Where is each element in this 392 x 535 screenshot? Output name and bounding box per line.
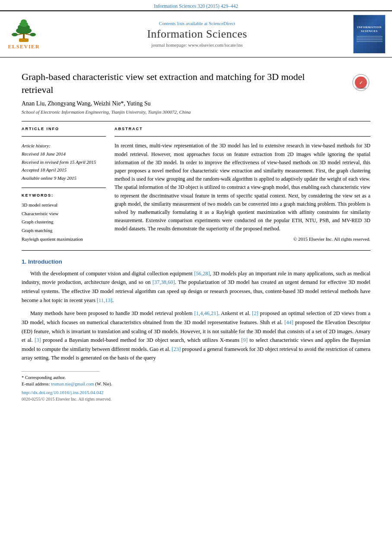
svg-point-7 <box>12 33 18 36</box>
journal-cover-area: INFORMATIONSCIENCES <box>351 15 388 54</box>
revised-date: Received in revised form 15 April 2015 <box>22 158 106 166</box>
body-text: With the development of computer vision … <box>22 269 370 363</box>
journal-header: ELSEVIER Contents lists available at Sci… <box>0 10 392 57</box>
keyword-item: Graph matching <box>22 226 106 235</box>
abstract-text: In recent times, multi-view representati… <box>115 142 370 233</box>
intro-para1: With the development of computer vision … <box>22 269 370 305</box>
history-label: Article history: <box>22 142 106 150</box>
received-date: Received 18 June 2014 <box>22 150 106 158</box>
journal-reference: Information Sciences 320 (2015) 429–442 <box>154 3 238 9</box>
keywords-section: Keywords: 3D model retrieval Characteris… <box>22 193 106 244</box>
keyword-item: 3D model retrieval <box>22 201 106 210</box>
keyword-item: Characteristic view <box>22 210 106 218</box>
main-content: Graph-based characteristic view set extr… <box>0 57 392 410</box>
footnote-star-text: * Corresponding author. <box>22 375 66 380</box>
ref-link[interactable]: [56,28] <box>194 271 210 277</box>
ref-link[interactable]: [3] <box>35 337 41 343</box>
journal-homepage: journal homepage: www.elsevier.com/locat… <box>151 42 242 48</box>
journal-info-center: Contents lists available at ScienceDirec… <box>48 15 347 54</box>
svg-point-5 <box>21 19 27 24</box>
intro-para2: Many methods have been proposed to handl… <box>22 309 370 363</box>
elsevier-logo-area: ELSEVIER <box>4 15 43 54</box>
footnote-email-label: E-mail address: <box>22 382 50 386</box>
ref-link[interactable]: [37,38,60] <box>153 279 175 285</box>
abstract-label: ABSTRACT <box>115 127 370 131</box>
keywords-divider <box>22 188 106 188</box>
keyword-item: Rayleigh quotient maximization <box>22 235 106 244</box>
footnote-divider <box>22 371 99 372</box>
copyright-line: © 2015 Elsevier Inc. All rights reserved… <box>115 236 370 242</box>
keyword-item: Graph clustering <box>22 218 106 226</box>
elsevier-logo: ELSEVIER <box>8 19 40 50</box>
affiliation-line: School of Electronic Information Enginee… <box>22 109 370 115</box>
info-divider <box>22 136 106 137</box>
journal-cover-image: INFORMATIONSCIENCES <box>353 15 386 54</box>
abstract-col: ABSTRACT In recent times, multi-view rep… <box>115 127 370 243</box>
journal-title-header: Information Sciences <box>147 28 247 41</box>
elsevier-brand-text: ELSEVIER <box>8 43 40 50</box>
top-ref-bar: Information Sciences 320 (2015) 429–442 <box>0 0 392 10</box>
svg-text:✓: ✓ <box>359 80 363 85</box>
sciencedirect-link[interactable]: ScienceDirect <box>209 21 236 26</box>
footnote-email-line: E-mail address: truman.nie@gmail.com (W.… <box>22 382 370 386</box>
article-info-abstract-cols: ARTICLE INFO Article history: Received 1… <box>22 127 370 243</box>
cover-title-text: INFORMATIONSCIENCES <box>357 25 382 33</box>
accepted-date: Accepted 18 April 2015 <box>22 166 106 174</box>
ref-link[interactable]: [1,4,46,21] <box>194 310 218 316</box>
article-title: Graph-based characteristic view set extr… <box>22 70 324 96</box>
article-title-section: Graph-based characteristic view set extr… <box>22 66 370 96</box>
crossmark-badge: ✓ CrossMark <box>351 73 370 92</box>
science-direct-note: Contents lists available at ScienceDirec… <box>159 21 235 26</box>
footnote-star-line: * Corresponding author. <box>22 375 370 380</box>
doi-link[interactable]: http://dx.doi.org/10.1016/j.ins.2015.04.… <box>22 390 370 395</box>
elsevier-tree-icon <box>9 19 39 42</box>
ref-link[interactable]: [23] <box>172 346 181 352</box>
article-info-label: ARTICLE INFO <box>22 127 106 131</box>
svg-point-9 <box>30 33 36 36</box>
issn-line: 0020-0255/© 2015 Elsevier Inc. All right… <box>22 397 370 401</box>
svg-rect-10 <box>19 38 29 42</box>
page-wrapper: Information Sciences 320 (2015) 429–442 <box>0 0 392 535</box>
crossmark-icon: ✓ CrossMark <box>352 74 370 91</box>
section1-heading: 1. Introduction <box>22 258 370 265</box>
ref-link[interactable]: [9] <box>241 337 248 343</box>
body-section: 1. Introduction With the development of … <box>22 258 370 363</box>
article-history: Article history: Received 18 June 2014 R… <box>22 142 106 182</box>
cover-decorative-lines <box>357 35 382 43</box>
available-date: Available online 9 May 2015 <box>22 174 106 182</box>
authors-line: Anan Liu, Zhongyang Wang, Weizhi Nie*, Y… <box>22 100 370 107</box>
ref-link[interactable]: [44] <box>284 319 293 325</box>
keywords-label: Keywords: <box>22 193 106 197</box>
abstract-divider <box>115 136 370 137</box>
footnote-email-suffix: (W. Nie). <box>95 382 112 386</box>
article-info-col: ARTICLE INFO Article history: Received 1… <box>22 127 106 243</box>
footnote-email-link[interactable]: truman.nie@gmail.com <box>51 382 94 386</box>
ref-link[interactable]: [2] <box>252 310 258 316</box>
body-divider <box>22 250 370 251</box>
article-divider <box>22 121 370 121</box>
ref-link[interactable]: [11,13] <box>97 297 112 303</box>
keywords-list: 3D model retrieval Characteristic view G… <box>22 201 106 244</box>
svg-text:CrossMark: CrossMark <box>355 87 366 89</box>
